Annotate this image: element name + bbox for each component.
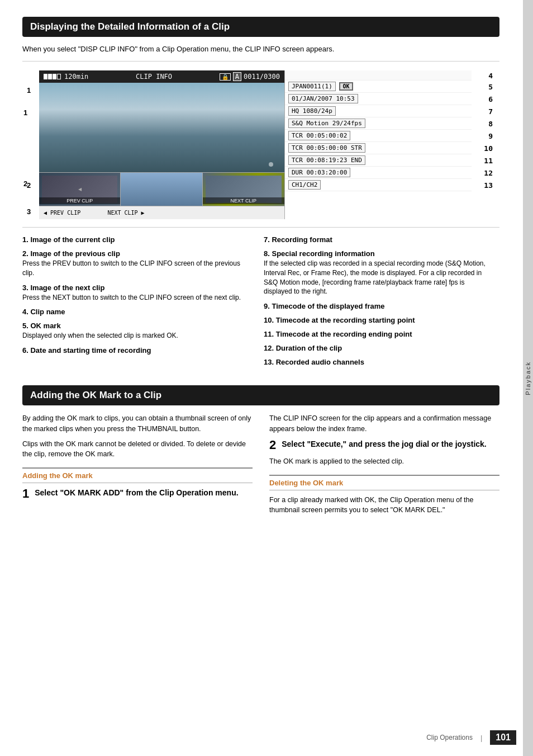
info-row-6: 01/JAN/2007 10:53 6 — [285, 93, 472, 105]
screen-topbar: 120min CLIP INFO 🔒 A 0011/0300 — [39, 70, 284, 83]
info-row-4: 4 — [285, 70, 472, 81]
footer-section-label: Clip Operations — [426, 734, 473, 741]
info-row-11-content: TCR 00:08:19:23 END — [288, 155, 468, 165]
left-label-1: 1 — [27, 86, 31, 94]
step-1-desc: The CLIP INFO screen for the clip appear… — [269, 413, 499, 434]
info-row-12: DUR 00:03:20:00 12 — [285, 167, 472, 179]
screen-nav-bar: ◀ PREV CLIP NEXT CLIP ▶ — [39, 206, 284, 219]
battery-block-3 — [53, 74, 56, 79]
next-clip-label: NEXT CLIP — [203, 197, 284, 204]
num-label-5: 5 — [476, 82, 493, 91]
desc-label-11: 11. Timecode at the recording ending poi… — [264, 330, 494, 338]
section1-header: Displaying the Detailed Information of a… — [22, 17, 499, 37]
desc-label-12: 12. Duration of the clip — [264, 344, 494, 352]
step-2-num: 2 — [269, 439, 276, 451]
screen-thumb-next: NEXT CLIP — [203, 173, 284, 206]
desc-item-11: 11. Timecode at the recording ending poi… — [264, 330, 494, 338]
sidebar: Playback — [523, 0, 533, 756]
desc-item-8: 8. Special recording information If the … — [264, 249, 494, 296]
deleting-ok-header: Deleting the OK mark — [269, 475, 499, 490]
sidebar-tab: Playback — [525, 361, 531, 395]
num-label-4: 4 — [476, 71, 493, 79]
num-label-12: 12 — [474, 168, 493, 177]
screen-bottom-row: ◀ PREV CLIP NEXT CLIP — [39, 172, 284, 206]
info-panel: 4 JPAN0011(1) OK 5 01/JAN/ — [285, 70, 472, 219]
info-row-13: CH1/CH2 13 — [285, 179, 472, 191]
section2-intro-2: Clips with the OK mark cannot be deleted… — [22, 439, 253, 460]
desc-item-5: 5. OK mark Displayed only when the selec… — [22, 322, 253, 341]
ok-mark-box: OK — [339, 82, 353, 91]
topbar-slot-label: A — [233, 72, 241, 81]
diagram-screen: 120min CLIP INFO 🔒 A 0011/0300 — [39, 70, 285, 219]
screen-main-image — [39, 83, 284, 172]
info-row-6-content: 01/JAN/2007 10:53 — [288, 94, 468, 103]
info-row-5-content: JPAN0011(1) OK — [288, 82, 468, 91]
section2-intro-1: By adding the OK mark to clips, you can … — [22, 413, 253, 434]
info-row-7: HQ 1080/24p 7 — [285, 105, 472, 117]
battery-block-4 — [57, 74, 61, 79]
tcr1-box: TCR 00:05:00:02 — [288, 131, 350, 140]
tcr-str-box: TCR 00:05:00:00 STR — [288, 143, 365, 153]
desc-label-6: 6. Date and starting time of recording — [22, 346, 253, 355]
step-2: 2 Select "Execute," and press the jog di… — [269, 439, 499, 451]
left-label-3: 3 — [27, 207, 31, 216]
prev-clip-label: PREV CLIP — [39, 197, 120, 204]
info-row-7-content: HQ 1080/24p — [288, 106, 468, 116]
topbar-left: 120min — [44, 73, 88, 81]
num-label-9: 9 — [476, 131, 493, 140]
footer-divider: | — [480, 734, 482, 742]
step-2-title: Select "Execute," and press the jog dial… — [282, 439, 499, 449]
tcr-end-box: TCR 00:08:19:23 END — [288, 155, 365, 165]
desc-label-4: 4. Clip name — [22, 308, 253, 316]
dur-box: DUR 00:03:20:00 — [288, 168, 350, 177]
clip-name-box: JPAN0011(1) — [288, 82, 336, 91]
screen-thumb-prev: ◀ PREV CLIP — [39, 173, 121, 206]
desc-item-10: 10. Timecode at the recording starting p… — [264, 316, 494, 324]
desc-item-2: 2. Image of the previous clip Press the … — [22, 249, 253, 278]
format-box: HQ 1080/24p — [288, 106, 336, 116]
adding-ok-header: Adding the OK mark — [22, 467, 253, 483]
ch-box: CH1/CH2 — [288, 180, 321, 190]
desc-col-left: 1. Image of the current clip 2. Image of… — [22, 235, 258, 372]
date-box: 01/JAN/2007 10:53 — [288, 94, 358, 103]
desc-item-4: 4. Clip name — [22, 308, 253, 316]
desc-label-7: 7. Recording format — [264, 235, 494, 244]
step-2-desc: The OK mark is applied to the selected c… — [269, 456, 499, 467]
desc-label-10: 10. Timecode at the recording starting p… — [264, 316, 494, 324]
section2-header: Adding the OK Mark to a Clip — [22, 385, 499, 405]
num-label-7: 7 — [476, 107, 493, 115]
section1-intro-text: When you select "DISP CLIP INFO" from a … — [22, 45, 499, 53]
desc-label-3: 3. Image of the next clip — [22, 284, 253, 292]
desc-text-8: If the selected clip was recorded in a s… — [264, 259, 494, 296]
topbar-right: 🔒 A 0011/0300 — [220, 72, 280, 81]
step-1-content: Select "OK MARK ADD" from the Clip Opera… — [35, 488, 253, 499]
num-label-8: 8 — [476, 119, 493, 127]
num-label-13: 13 — [474, 181, 493, 189]
desc-label-9: 9. Timecode of the displayed frame — [264, 302, 494, 310]
step-2-content: Select "Execute," and press the jog dial… — [282, 439, 499, 451]
desc-item-13: 13. Recorded audio channels — [264, 358, 494, 366]
prev-thumb-icon: ◀ — [78, 187, 82, 192]
descriptions: 1. Image of the current clip 2. Image of… — [22, 235, 499, 372]
desc-item-6: 6. Date and starting time of recording — [22, 346, 253, 355]
col-right: The CLIP INFO screen for the clip appear… — [269, 413, 499, 520]
step-1: 1 Select "OK MARK ADD" from the Clip Ope… — [22, 488, 253, 499]
topbar-center-label: CLIP INFO — [136, 73, 172, 81]
desc-item-9: 9. Timecode of the displayed frame — [264, 302, 494, 310]
col-left: By adding the OK mark to clips, you can … — [22, 413, 253, 520]
battery-block-2 — [48, 74, 52, 79]
sq-box: S&Q Motion 29/24fps — [288, 119, 365, 128]
topbar-battery-label: 120min — [64, 73, 88, 81]
desc-label-5: 5. OK mark — [22, 322, 253, 330]
left-label-2: 2 — [27, 181, 31, 190]
info-row-5: JPAN0011(1) OK 5 — [285, 81, 472, 93]
desc-label-8: 8. Special recording information — [264, 249, 494, 258]
info-row-12-content: DUR 00:03:20:00 — [288, 168, 468, 177]
info-row-9: TCR 00:05:00:02 9 — [285, 130, 472, 142]
topbar-lock-icon: 🔒 — [220, 73, 231, 81]
section2: Adding the OK Mark to a Clip By adding t… — [22, 385, 499, 520]
info-row-8: S&Q Motion 29/24fps 8 — [285, 117, 472, 130]
page-container: Displaying the Detailed Information of a… — [0, 0, 533, 756]
desc-item-1: 1. Image of the current clip — [22, 235, 253, 244]
desc-text-5: Displayed only when the selected clip is… — [22, 331, 253, 341]
